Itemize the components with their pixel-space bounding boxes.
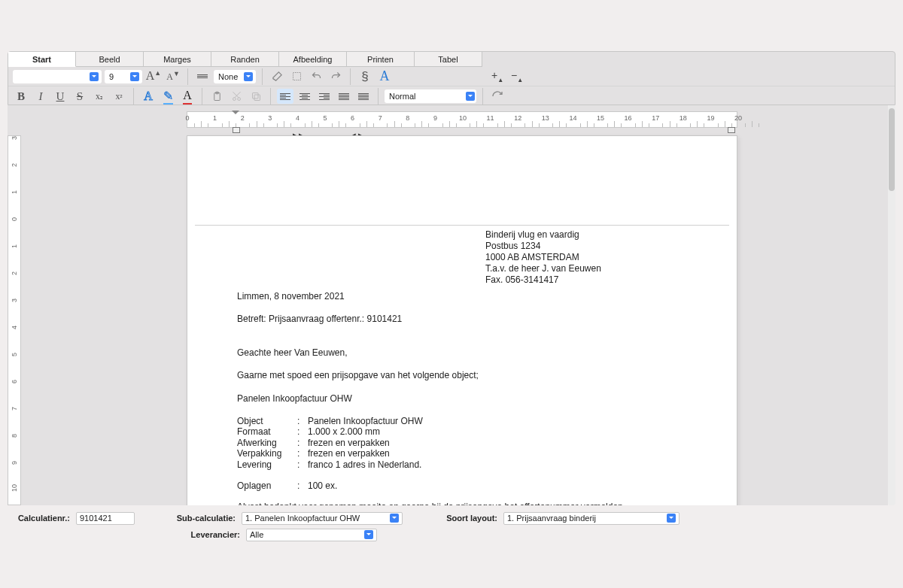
list-icon[interactable] <box>194 69 211 84</box>
tab-afbeelding[interactable]: Afbeelding <box>279 52 347 67</box>
ruler-number: 20 <box>734 114 742 122</box>
request-line: Gaarne met spoed een prijsopgave van het… <box>237 370 692 380</box>
tab-printen[interactable]: Printen <box>347 52 415 67</box>
text-style-button[interactable]: A <box>376 69 393 84</box>
select-rect-button[interactable] <box>288 69 305 84</box>
eraser-button[interactable] <box>269 69 285 84</box>
vertical-ruler[interactable]: 321012345678910 <box>8 135 21 505</box>
document-body: Limmen, 8 november 2021 Betreft: Prijsaa… <box>237 291 692 505</box>
spec-label: Object <box>237 416 297 426</box>
scrollbar-thumb[interactable] <box>889 108 895 191</box>
chevron-down-icon <box>466 92 475 101</box>
spec-label: Afwerking <box>237 438 297 448</box>
ruler-number: 14 <box>569 114 576 122</box>
spec-label: Oplagen <box>237 480 297 491</box>
svg-rect-5 <box>254 95 260 101</box>
leverancier-select[interactable]: Alle <box>246 529 377 541</box>
ribbon: Start Beeld Marges Randen Afbeelding Pri… <box>8 51 895 105</box>
list-type-select[interactable]: None <box>214 70 256 83</box>
align-left-button[interactable] <box>277 89 293 104</box>
paste-button[interactable] <box>208 89 225 104</box>
toolbar-row-2: B I U S x x A ✎ A <box>8 86 895 106</box>
right-indent-marker[interactable] <box>728 127 735 133</box>
ruler-number: 13 <box>542 114 549 122</box>
horizontal-ruler[interactable]: 01234567891011121314151617181920 ▶▶ ◀ ▶ <box>187 111 737 128</box>
ruler-number: 15 <box>597 114 604 122</box>
subject-line: Betreft: Prijsaanvraag offertenr.: 91014… <box>237 314 692 324</box>
toolbar-row-1: 9 A▲ A▼ None § A <box>8 67 895 86</box>
layout-select[interactable]: 1. Prijsaanvraag binderij <box>503 512 680 525</box>
closing-line: Alvast bedankt voor genomen moeite en ga… <box>237 502 692 505</box>
ruler-number: 18 <box>680 114 687 122</box>
ruler-number: 8 <box>11 434 18 438</box>
first-line-indent-marker[interactable] <box>232 112 239 120</box>
ruler-number: 9 <box>433 114 437 122</box>
align-center-button[interactable] <box>296 89 313 104</box>
ruler-number: 5 <box>11 353 18 356</box>
font-family-select[interactable] <box>13 70 102 83</box>
left-indent-marker[interactable] <box>233 127 240 133</box>
tab-tabel[interactable]: Tabel <box>415 52 482 67</box>
copy-button[interactable] <box>248 89 264 104</box>
bold-button[interactable]: B <box>13 89 29 104</box>
calc-value: 9101421 <box>80 514 112 523</box>
spec-label: Levering <box>237 459 297 470</box>
vertical-scrollbar[interactable] <box>888 105 895 505</box>
ruler-number: 1 <box>11 244 18 248</box>
align-right-button[interactable] <box>316 89 333 104</box>
ruler-number: 6 <box>11 380 18 383</box>
document-page[interactable]: Binderij vlug en vaardig Postbus 1234 10… <box>187 135 737 505</box>
spec-row: Oplagen : 100 ex. <box>237 480 692 491</box>
svg-rect-6 <box>252 92 258 99</box>
chevron-down-icon <box>390 514 399 523</box>
zoom-in-button[interactable]: +▲ <box>489 69 506 84</box>
strike-button[interactable]: S <box>71 89 88 104</box>
tab-randen[interactable]: Randen <box>211 52 279 67</box>
font-outline-button[interactable]: A <box>140 89 157 104</box>
redo-button[interactable] <box>327 69 344 84</box>
subcalc-label: Sub-calculatie: <box>168 514 236 523</box>
tab-beeld[interactable]: Beeld <box>76 52 144 67</box>
shrink-font-button[interactable]: A▼ <box>165 69 181 84</box>
svg-rect-0 <box>293 73 300 80</box>
ruler-number: 5 <box>323 114 327 122</box>
svg-point-3 <box>233 97 236 100</box>
product-line: Panelen Inkoopfactuur OHW <box>237 393 692 404</box>
spec-value: 1.000 x 2.000 mm <box>308 426 380 437</box>
spec-value: frezen en verpakken <box>308 448 390 459</box>
ruler-number: 2 <box>11 271 18 275</box>
spec-label: Verpakking <box>237 448 297 459</box>
calc-field[interactable]: 9101421 <box>76 512 135 525</box>
align-all-button[interactable] <box>355 89 372 104</box>
ruler-number: 3 <box>11 299 18 302</box>
tab-start[interactable]: Start <box>8 52 76 67</box>
cut-button[interactable] <box>228 89 245 104</box>
ruler-number: 3 <box>268 114 272 122</box>
section-button[interactable]: § <box>357 69 373 84</box>
spec-value: frezen en verpakken <box>308 438 390 448</box>
italic-button[interactable]: I <box>32 89 49 104</box>
ruler-number: 16 <box>625 114 632 122</box>
paragraph-style-select[interactable]: Normal <box>385 89 476 103</box>
zoom-out-button[interactable]: −▲ <box>509 69 525 84</box>
grow-font-button[interactable]: A▲ <box>145 69 162 84</box>
font-color-button[interactable]: A <box>179 89 196 104</box>
paragraph-style-value: Normal <box>389 92 415 101</box>
ruler-number: 7 <box>11 407 18 411</box>
undo-button[interactable] <box>308 69 324 84</box>
underline-button[interactable]: U <box>52 89 68 104</box>
superscript-button[interactable]: x <box>111 89 127 104</box>
ruler-number: 7 <box>379 114 382 122</box>
font-size-select[interactable]: 9 <box>105 70 142 83</box>
tab-marges[interactable]: Marges <box>144 52 211 67</box>
ruler-number: 3 <box>11 136 18 140</box>
addr-line: Fax. 056-3141417 <box>485 274 601 286</box>
align-justify-button[interactable] <box>336 89 352 104</box>
subscript-button[interactable]: x <box>91 89 108 104</box>
chevron-down-icon <box>244 72 253 81</box>
refresh-button[interactable] <box>489 89 506 104</box>
highlight-button[interactable]: ✎ <box>160 89 176 104</box>
subcalc-select[interactable]: 1. Panelen Inkoopfactuur OHW <box>242 512 403 525</box>
ruler-number: 6 <box>351 114 354 122</box>
ruler-number: 2 <box>241 114 245 122</box>
